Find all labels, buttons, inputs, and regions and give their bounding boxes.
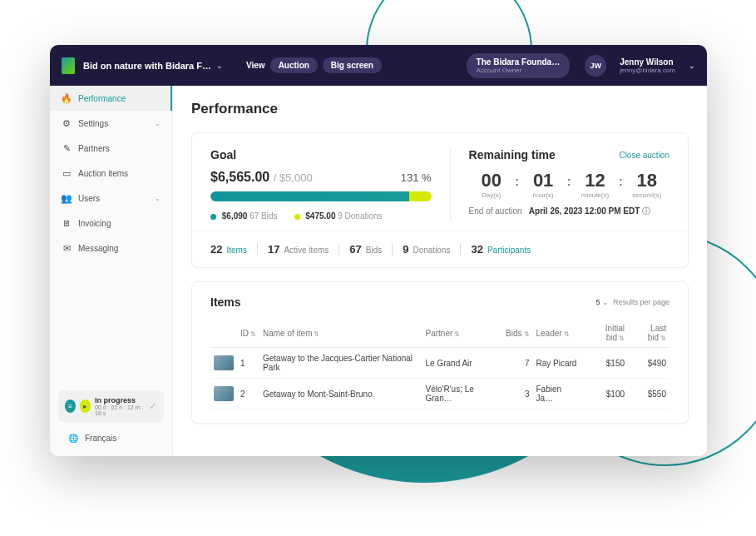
sidebar-item-label: Users	[78, 194, 100, 203]
sort-icon: ⇅	[564, 330, 570, 338]
sort-icon: ⇅	[314, 330, 319, 338]
auction-selector[interactable]: Bid on nature with Bidara F… ⌄	[83, 61, 223, 71]
stat-donations[interactable]: 9Donations	[393, 243, 461, 256]
timer-minutes: 12	[572, 170, 617, 191]
chevron-down-icon: ⌄	[155, 120, 161, 127]
page-title: Performance	[191, 101, 689, 117]
sidebar-item-auction-items[interactable]: ▭Auction items	[50, 161, 172, 186]
legend-donations: $475.00 9 Donations	[294, 211, 383, 221]
view-cluster: View Auction Big screen	[246, 57, 382, 73]
view-bigscreen-button[interactable]: Big screen	[323, 57, 382, 73]
chevron-down-icon: ⌄	[602, 298, 609, 306]
column-name-of-item[interactable]: Name of item⇅	[259, 319, 422, 348]
stat-bids[interactable]: 67Bids	[339, 243, 393, 256]
status-time: 00 d : 01 h : 12 m : 18 s	[95, 404, 145, 416]
nav-icon: ✎	[62, 143, 72, 153]
info-icon[interactable]: ⓘ	[642, 206, 650, 216]
sidebar-item-messaging[interactable]: ✉Messaging	[50, 236, 172, 261]
sort-icon: ⇅	[660, 335, 666, 342]
table-row[interactable]: 2Getaway to Mont-Saint-BrunoVélo'R'us; L…	[210, 379, 670, 409]
chevron-down-icon: ⌄	[216, 62, 223, 70]
header-bar: Bid on nature with Bidara F… ⌄ View Auct…	[50, 45, 707, 86]
end-date: April 26, 2023 12:00 PM EDT	[529, 206, 640, 216]
end-label: End of auction	[469, 206, 522, 216]
countdown-timer: 00Day(s) 01hour(s) 12minute(s) 18second(…	[469, 170, 670, 199]
item-thumbnail	[214, 355, 234, 370]
column-partner[interactable]: Partner⇅	[422, 319, 503, 348]
sidebar-item-label: Messaging	[78, 244, 118, 253]
timer-days: 00	[469, 170, 514, 191]
logo-icon	[62, 57, 75, 74]
dot-yellow-icon	[294, 214, 300, 220]
globe-icon: 🌐	[68, 434, 78, 443]
items-title: Items	[210, 295, 241, 309]
timer-hours: 01	[521, 170, 566, 191]
goal-current: $6,565.00	[210, 170, 269, 184]
user-name: Jenny Wilson	[620, 57, 675, 67]
sidebar-item-invoicing[interactable]: 🗎Invoicing	[50, 211, 172, 236]
close-auction-link[interactable]: Close auction	[619, 151, 670, 160]
results-per-page[interactable]: 5 ⌄ Results per page	[595, 298, 670, 306]
goal-percent: 131 %	[401, 171, 432, 184]
auction-name: Bid on nature with Bidara F…	[83, 61, 211, 71]
sidebar-item-settings[interactable]: ⚙Settings⌄	[50, 111, 172, 136]
column-last-bid[interactable]: Last bid⇅	[628, 319, 670, 348]
language-label: Français	[85, 434, 116, 443]
language-selector[interactable]: 🌐 Français	[58, 429, 164, 448]
item-thumbnail	[214, 386, 234, 401]
nav-icon: ⚙	[62, 118, 72, 128]
sidebar-item-label: Invoicing	[78, 219, 111, 228]
column-id[interactable]: ID⇅	[237, 319, 259, 348]
sidebar-item-performance[interactable]: 🔥Performance	[50, 86, 172, 111]
status-box[interactable]: ≡ ▸ In progress 00 d : 01 h : 12 m : 18 …	[58, 390, 164, 422]
nav-icon: ✉	[62, 243, 72, 253]
sidebar-item-label: Auction items	[78, 169, 128, 178]
column-bids[interactable]: Bids⇅	[502, 319, 532, 348]
view-label: View	[246, 61, 265, 70]
nav-icon: 👥	[62, 193, 72, 203]
org-name: The Bidara Founda…	[477, 57, 561, 67]
stat-items[interactable]: 22Items	[210, 243, 258, 256]
goal-card: Goal $6,565.00 / $5,000 131 %	[191, 132, 689, 268]
view-auction-button[interactable]: Auction	[270, 57, 318, 73]
stats-row: 22Items17Active items67Bids9Donations32P…	[192, 231, 688, 267]
avatar[interactable]: JW	[585, 55, 606, 77]
chevron-down-icon: ⌄	[689, 62, 695, 70]
org-selector[interactable]: The Bidara Founda… Account Owner	[467, 53, 571, 78]
status-label: In progress	[95, 396, 145, 404]
main-content: Performance Goal $6,565.00 / $5,000 131 …	[173, 86, 707, 456]
sidebar-item-label: Partners	[78, 144, 110, 153]
sidebar-item-label: Performance	[78, 94, 126, 103]
column-leader[interactable]: Leader⇅	[533, 319, 584, 348]
legend-bids: $6,090 67 Bids	[210, 211, 278, 221]
sort-icon: ⇅	[454, 330, 460, 338]
nav-icon: 🗎	[62, 218, 72, 228]
stat-active-items[interactable]: 17Active items	[258, 243, 339, 256]
chevron-down-icon: ⌄	[155, 195, 161, 202]
app-window: Bid on nature with Bidara F… ⌄ View Auct…	[50, 45, 707, 456]
goal-target: / $5,000	[274, 171, 313, 184]
timer-seconds: 18	[625, 170, 670, 191]
check-icon: ✓	[149, 400, 157, 412]
list-icon: ≡	[65, 400, 76, 413]
sidebar-item-label: Settings	[78, 119, 108, 128]
org-role: Account Owner	[477, 67, 561, 74]
remaining-title: Remaining time	[469, 148, 556, 161]
sidebar-item-users[interactable]: 👥Users⌄	[50, 186, 172, 211]
sort-icon: ⇅	[619, 335, 625, 342]
nav-icon: 🔥	[62, 93, 72, 103]
goal-progress-bar	[210, 191, 432, 201]
dot-teal-icon	[210, 214, 216, 220]
user-menu[interactable]: Jenny Wilson jenny@bidara.com	[620, 57, 675, 74]
items-table: ID⇅Name of item⇅Partner⇅Bids⇅Leader⇅Init…	[210, 319, 670, 409]
column-initial-bid[interactable]: Initial bid⇅	[583, 319, 628, 348]
stat-participants[interactable]: 32Participants	[461, 243, 541, 256]
sidebar-item-partners[interactable]: ✎Partners	[50, 136, 172, 161]
table-row[interactable]: 1Getaway to the Jacques-Cartier National…	[210, 348, 670, 379]
sidebar: 🔥Performance⚙Settings⌄✎Partners▭Auction …	[50, 86, 173, 456]
goal-title: Goal	[210, 148, 432, 161]
sort-icon: ⇅	[250, 330, 256, 338]
items-card: Items 5 ⌄ Results per page ID⇅Name of it…	[191, 281, 689, 424]
sort-icon: ⇅	[524, 330, 530, 338]
user-email: jenny@bidara.com	[620, 67, 675, 74]
